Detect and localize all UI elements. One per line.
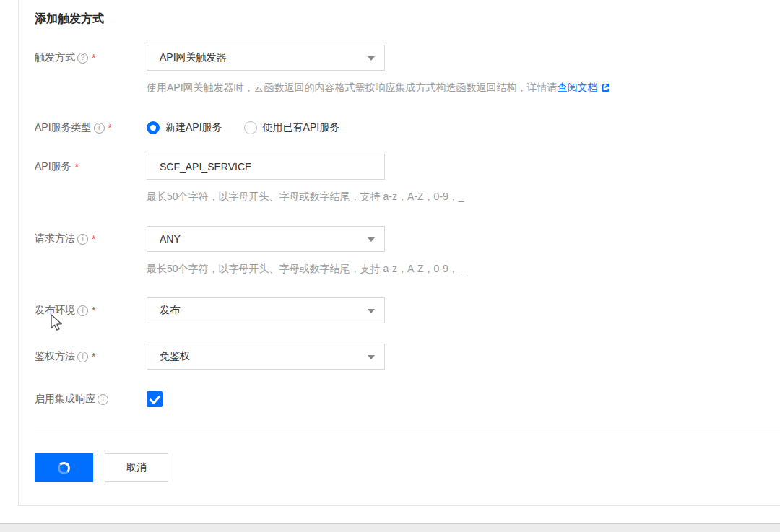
external-link-icon[interactable]	[601, 83, 610, 92]
info-icon[interactable]: i	[94, 123, 105, 134]
auth-method-label-text: 鉴权方法	[35, 350, 75, 363]
radio-icon	[147, 121, 160, 134]
request-method-value: ANY	[160, 233, 181, 245]
trigger-method-select[interactable]: API网关触发器	[147, 45, 385, 71]
api-service-type-label: API服务类型 i *	[35, 121, 147, 134]
release-environment-select[interactable]: 发布	[147, 297, 385, 323]
row-integrated-response: 启用集成响应 i	[35, 391, 780, 407]
api-service-help: 最长50个字符，以字母开头、字母或数字结尾，支持 a-z，A-Z，0-9，_	[147, 189, 780, 204]
required-asterisk: *	[75, 161, 79, 173]
trigger-method-value: API网关触发器	[160, 51, 227, 64]
footer-band	[0, 523, 780, 532]
row-api-service: API服务 *	[35, 154, 780, 180]
chevron-down-icon	[368, 237, 375, 242]
info-icon[interactable]: i	[77, 352, 88, 362]
request-method-label-text: 请求方法	[35, 232, 75, 245]
info-icon[interactable]: i	[77, 305, 88, 316]
integrated-response-checkbox[interactable]	[147, 391, 162, 407]
form-actions: 取消	[35, 453, 780, 482]
divider	[35, 432, 780, 432]
chevron-down-icon	[368, 309, 375, 313]
trigger-method-help: 使用API网关触发器时，云函数返回的内容格式需按响应集成方式构造函数返回结构，详…	[147, 80, 780, 95]
help-icon[interactable]: ?	[77, 53, 88, 64]
row-request-method: 请求方法 i * ANY	[35, 226, 780, 252]
cancel-button[interactable]: 取消	[105, 453, 168, 482]
api-service-type-label-text: API服务类型	[35, 121, 92, 134]
required-asterisk: *	[92, 233, 95, 245]
radio-icon	[244, 121, 257, 134]
release-environment-label-text: 发布环境	[35, 304, 75, 317]
row-release-environment: 发布环境 i * 发布	[35, 297, 780, 323]
release-environment-value: 发布	[160, 304, 180, 317]
chevron-down-icon	[368, 56, 375, 61]
submit-button[interactable]	[35, 453, 93, 482]
trigger-method-label: 触发方式 ? *	[35, 51, 147, 64]
row-api-service-type: API服务类型 i * 新建API服务 使用已有API服务	[35, 121, 780, 134]
row-trigger-method: 触发方式 ? * API网关触发器	[35, 45, 780, 71]
view-docs-link[interactable]: 查阅文档	[558, 82, 598, 93]
spinner-icon	[58, 462, 70, 474]
api-service-label-text: API服务	[35, 160, 72, 173]
api-service-label: API服务 *	[35, 160, 147, 173]
radio-existing-api-service[interactable]: 使用已有API服务	[244, 121, 340, 134]
integrated-response-label: 启用集成响应 i	[35, 393, 147, 406]
radio-label: 使用已有API服务	[263, 121, 340, 134]
radio-new-api-service[interactable]: 新建API服务	[147, 121, 222, 134]
auth-method-value: 免鉴权	[160, 350, 190, 363]
info-icon[interactable]: i	[77, 234, 88, 245]
add-trigger-panel: 添加触发方式 触发方式 ? * API网关触发器 使用API网关触发器时，云函数…	[18, 0, 780, 506]
info-icon[interactable]: i	[98, 394, 108, 405]
chevron-down-icon	[368, 355, 375, 359]
request-method-label: 请求方法 i *	[35, 232, 147, 245]
required-asterisk: *	[108, 122, 112, 134]
release-environment-label: 发布环境 i *	[35, 304, 147, 317]
integrated-response-label-text: 启用集成响应	[35, 393, 95, 406]
auth-method-select[interactable]: 免鉴权	[147, 344, 385, 370]
required-asterisk: *	[92, 351, 95, 362]
request-method-select[interactable]: ANY	[147, 226, 385, 252]
trigger-method-help-text: 使用API网关触发器时，云函数返回的内容格式需按响应集成方式构造函数返回结构，详…	[147, 82, 558, 93]
request-method-help: 最长50个字符，以字母开头、字母或数字结尾，支持 a-z，A-Z，0-9，_	[147, 261, 780, 276]
api-service-type-radio-group: 新建API服务 使用已有API服务	[147, 121, 361, 134]
row-auth-method: 鉴权方法 i * 免鉴权	[35, 344, 780, 370]
api-service-input[interactable]	[147, 154, 385, 180]
radio-label: 新建API服务	[165, 121, 222, 134]
required-asterisk: *	[92, 52, 95, 64]
page-title: 添加触发方式	[35, 11, 780, 26]
auth-method-label: 鉴权方法 i *	[35, 350, 147, 363]
trigger-method-label-text: 触发方式	[35, 51, 75, 64]
required-asterisk: *	[92, 305, 95, 316]
